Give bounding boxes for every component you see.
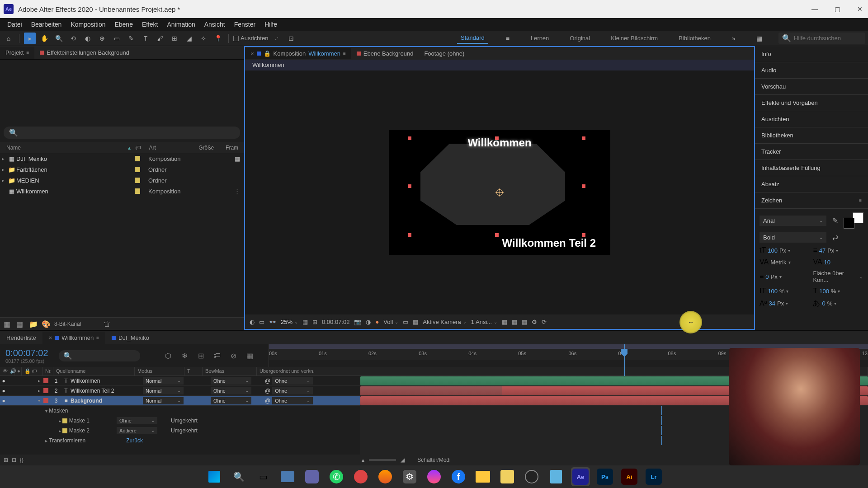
panel-audio[interactable]: Audio <box>755 62 868 79</box>
visibility-icon[interactable]: ● <box>0 378 7 384</box>
trkmat-select[interactable]: Ohne⌄ <box>211 377 251 385</box>
project-item[interactable]: ▸📁 MEDIEN Ordner <box>0 175 244 186</box>
folder-icon[interactable] <box>473 467 492 486</box>
kerning-value[interactable]: Metrik <box>770 259 786 266</box>
eraser-tool[interactable]: ◢ <box>183 33 195 44</box>
firefox-icon[interactable] <box>376 467 395 486</box>
masks-group[interactable]: ▾ Masken <box>0 406 360 416</box>
roi-icon[interactable]: ▭ <box>403 319 408 325</box>
parent-select[interactable]: Ohne⌄ <box>272 377 313 385</box>
app-icon[interactable]: ⚙ <box>400 467 419 486</box>
stroke-value[interactable]: 0 <box>765 273 769 280</box>
text-tool[interactable]: T <box>140 33 151 44</box>
camera-select[interactable]: Aktive Kamera ⌄ <box>423 319 467 325</box>
mask-mode-select[interactable]: Addiere⌄ <box>117 427 157 434</box>
views-select[interactable]: 1 Ansi... ⌄ <box>471 319 497 325</box>
close-button[interactable]: ✕ <box>855 5 864 14</box>
interpret-icon[interactable]: ▦ <box>4 320 12 328</box>
orbit-tool[interactable]: ⟲ <box>67 33 79 44</box>
obs-icon[interactable] <box>522 467 541 486</box>
start-button[interactable] <box>205 467 224 486</box>
reset-link[interactable]: Zurück <box>126 437 143 444</box>
guides-icon[interactable]: ⊞ <box>312 319 317 325</box>
timeline-tab-willkommen[interactable]: × Willkommen ≡ <box>42 332 105 344</box>
ws-panel-icon[interactable]: ▦ <box>753 33 765 44</box>
bit-depth[interactable]: 8-Bit-Kanal <box>54 321 81 327</box>
panel-ausrichten[interactable]: Ausrichten <box>755 111 868 127</box>
project-search[interactable]: 🔍 <box>4 127 240 139</box>
hscale-value[interactable]: 100 <box>819 288 829 295</box>
workspace-kleiner[interactable]: Kleiner Bildschirm <box>607 33 661 43</box>
anchor-point-icon[interactable] <box>496 189 503 196</box>
facebook-icon[interactable]: f <box>449 467 468 486</box>
color-icon[interactable]: 🎨 <box>42 320 50 328</box>
parent-select[interactable]: Ohne⌄ <box>272 397 313 404</box>
project-tab[interactable]: Projekt ≡ <box>0 47 34 59</box>
ws-menu-icon[interactable]: ≡ <box>502 33 514 44</box>
col-size[interactable]: Größe <box>198 145 226 151</box>
trash-icon[interactable]: 🗑 <box>104 320 112 328</box>
font-select[interactable]: Arial⌄ <box>760 216 826 226</box>
panel-zeichen[interactable]: Zeichen≡ <box>755 192 868 209</box>
blend-mode-select[interactable]: Normal⌄ <box>143 377 184 385</box>
menu-datei[interactable]: Datei <box>3 19 27 30</box>
tl-btn4[interactable]: 🏷 <box>212 350 222 361</box>
leading-value[interactable]: 47 <box>819 247 826 254</box>
color-swatches[interactable] <box>844 212 863 229</box>
lr-taskbar-icon[interactable]: Lr <box>644 467 663 486</box>
visibility-icon[interactable]: ● <box>0 398 7 404</box>
pickwhip-icon[interactable]: @ <box>265 398 270 404</box>
clone-tool[interactable]: ⊞ <box>169 33 180 44</box>
rotate-tool[interactable]: ◐ <box>82 33 94 44</box>
comp-tab-background[interactable]: Ebene Background <box>351 48 419 59</box>
new-folder-icon[interactable]: 📁 <box>29 320 37 328</box>
pen-tool[interactable]: ✎ <box>125 33 137 44</box>
col-label[interactable]: 🏷 <box>135 145 149 151</box>
panel-info[interactable]: Info <box>755 46 868 62</box>
pickwhip-icon[interactable]: @ <box>265 388 270 394</box>
color-mgmt-icon[interactable]: ● <box>375 319 379 325</box>
trkmat-select[interactable]: Ohne⌄ <box>211 387 251 394</box>
home-icon[interactable]: ⌂ <box>3 33 14 44</box>
trkmat-select[interactable]: Ohne⌄ <box>211 397 251 404</box>
col-fram[interactable]: Fram <box>226 145 244 151</box>
grid-icon[interactable]: ⊡ <box>285 33 297 44</box>
taskview-button[interactable]: ▭ <box>254 467 273 486</box>
channel-icon[interactable]: ◑ <box>366 319 371 325</box>
ai-taskbar-icon[interactable]: Ai <box>620 467 639 486</box>
menu-fenster[interactable]: Fenster <box>230 19 260 30</box>
col-art[interactable]: Art <box>149 145 198 151</box>
panel-inhaltsbasierte[interactable]: Inhaltsbasierte Füllung <box>755 160 868 176</box>
transparency-icon[interactable]: ▦ <box>413 319 418 325</box>
help-search-input[interactable] <box>794 35 862 42</box>
panel-absatz[interactable]: Absatz <box>755 176 868 192</box>
ws-overflow-icon[interactable]: » <box>728 33 740 44</box>
mask-item[interactable]: ▸ Maske 1 Ohne⌄ Umgekehrt <box>0 416 360 426</box>
tl-btn6[interactable]: ▦ <box>244 350 255 361</box>
workspace-original[interactable]: Original <box>566 33 594 43</box>
mask-item[interactable]: ▸ Maske 2 Addiere⌄ Umgekehrt <box>0 426 360 436</box>
ps-taskbar-icon[interactable]: Ps <box>595 467 614 486</box>
whatsapp-icon[interactable]: ✆ <box>327 467 346 486</box>
ae-taskbar-icon[interactable]: Ae <box>571 467 590 486</box>
mask-mode-select[interactable]: Ohne⌄ <box>117 417 157 424</box>
menu-animation[interactable]: Animation <box>162 19 199 30</box>
vf-btn2[interactable]: ▦ <box>512 319 517 325</box>
menu-hilfe[interactable]: Hilfe <box>260 19 282 30</box>
effect-settings-tab[interactable]: Effekteinstellungen Background <box>34 47 135 59</box>
blend-mode-select[interactable]: Normal⌄ <box>143 397 184 404</box>
baseline-value[interactable]: 34 <box>769 300 775 307</box>
blend-mode-select[interactable]: Normal⌄ <box>143 387 184 394</box>
vscale-value[interactable]: 100 <box>768 288 778 295</box>
align-checkbox[interactable]: Ausrichten <box>233 35 268 42</box>
tsume-value[interactable]: 0 <box>822 300 825 307</box>
roto-tool[interactable]: ✧ <box>198 33 209 44</box>
layer-row[interactable]: ● ▸ 2T Willkommen Teil 2 Normal⌄ Ohne⌄ @… <box>0 386 360 396</box>
teams-icon[interactable] <box>302 467 321 486</box>
pickwhip-icon[interactable]: @ <box>265 378 270 384</box>
snap-icon[interactable]: ⟋ <box>271 33 283 44</box>
layer-row[interactable]: ● ▾ 3■ Background Normal⌄ Ohne⌄ @Ohne⌄ <box>0 396 360 406</box>
comp-breadcrumb[interactable]: Willkommen <box>245 60 754 70</box>
app-icon[interactable] <box>351 467 370 486</box>
transform-group[interactable]: ▸ Transformieren Zurück <box>0 436 360 446</box>
